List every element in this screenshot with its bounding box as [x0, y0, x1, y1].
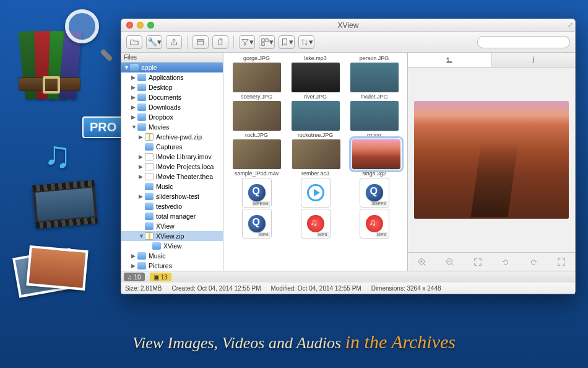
thumb-label: lake.mp3	[292, 55, 340, 63]
tree-item-label: iMovie Library.imov	[156, 153, 212, 160]
open-folder-button[interactable]	[126, 35, 142, 49]
frame-icon: ▣	[153, 274, 159, 281]
rotate-left-button[interactable]	[498, 256, 513, 268]
share-button[interactable]	[166, 35, 182, 49]
trash-button[interactable]	[212, 35, 228, 49]
thumbnail-item[interactable]: MPEG4	[233, 178, 281, 208]
tree-item[interactable]: ▶Applications	[121, 72, 223, 82]
layout-button[interactable]: ▾	[259, 35, 275, 49]
titlebar[interactable]: XView ⤢	[121, 19, 575, 32]
tree-item-label: Music	[156, 183, 173, 190]
tree-item[interactable]: Music	[121, 182, 223, 191]
thumbnail-item[interactable]	[350, 101, 399, 131]
image-icon	[445, 56, 454, 64]
tree-item[interactable]: XView	[121, 221, 223, 231]
tree-item-label: iMovie Theater.thea	[156, 173, 213, 180]
search-input[interactable]	[477, 36, 570, 48]
rotate-right-button[interactable]	[526, 256, 541, 268]
tool-button[interactable]: 🔧▾	[146, 35, 162, 49]
svg-rect-1	[198, 41, 204, 45]
thumbnail-item[interactable]	[350, 63, 399, 92]
tree-item[interactable]: ▶iMovie Theater.thea	[121, 172, 223, 182]
tree-item[interactable]: ▶slidershow-test	[121, 191, 223, 201]
tree-item[interactable]: ▶Archive-pwd.zip	[121, 132, 223, 142]
tree-item-label: Movies	[149, 123, 169, 131]
music-note-icon: ♫	[43, 133, 71, 176]
tree-item[interactable]: ▼XView.zip	[121, 231, 223, 241]
thumbnail-item[interactable]	[233, 139, 281, 169]
thumbnail-item[interactable]: MP3	[350, 209, 399, 239]
thumbnail-item[interactable]	[292, 178, 340, 208]
preview-tab-info[interactable]: i	[492, 53, 576, 67]
archive-button[interactable]	[192, 35, 209, 49]
thumbnail-item[interactable]	[292, 63, 340, 92]
app-window: XView ⤢ 🔧▾ ▾ ▾ ▾ ▾ Files ▼apple ▶Applica…	[121, 19, 576, 294]
tree-item-label: Music	[149, 252, 165, 260]
tree-item-label: Documents	[149, 94, 181, 101]
thumbnail-item[interactable]	[233, 101, 281, 131]
tree-item[interactable]: ▶Dropbox	[121, 112, 223, 122]
tree-item-label: testvedio	[156, 203, 182, 210]
thumbnail-item[interactable]: 3GPP2	[350, 178, 399, 208]
tree-item-label: total manager	[156, 212, 196, 220]
sort-button[interactable]: ▾	[298, 35, 314, 49]
tree-item[interactable]: XView	[121, 241, 223, 251]
tree-item[interactable]: ▶Documents	[121, 92, 223, 102]
fullscreen-button[interactable]	[554, 256, 569, 268]
fit-button[interactable]	[470, 256, 485, 268]
status-bar: ♫10 ▣13 Size: 2.81MB Created: Oct 04, 20…	[121, 271, 575, 294]
bookmark-button[interactable]: ▾	[279, 35, 295, 49]
tree-item-label: iMovie Projects.loca	[156, 163, 214, 170]
window-title: XView	[121, 21, 575, 30]
tree-item[interactable]: ▶Music	[121, 251, 223, 261]
resize-icon[interactable]: ⤢	[568, 21, 573, 29]
tree-item[interactable]: ▼Movies	[121, 122, 223, 132]
svg-point-6	[447, 57, 449, 59]
minimize-icon[interactable]	[137, 22, 144, 28]
thumb-label: rember.ac3	[292, 170, 340, 178]
music-count-badge: ♫10	[124, 273, 145, 281]
close-icon[interactable]	[126, 22, 133, 28]
thumb-label: rockotree.JPG	[292, 132, 340, 139]
tree-item[interactable]: ▶Downloads	[121, 102, 223, 112]
tree-item[interactable]: Captures	[121, 142, 223, 152]
svg-rect-4	[261, 42, 264, 45]
tree-item[interactable]: ▶iMovie Projects.loca	[121, 162, 223, 172]
tree-item[interactable]: ▶Desktop	[121, 82, 223, 92]
tree-root[interactable]: ▼apple	[121, 63, 223, 72]
preview-image	[414, 101, 569, 219]
thumbnail-item[interactable]	[233, 63, 281, 92]
thumb-label: person.JPG	[350, 55, 399, 63]
tree-item[interactable]: ▶iMovie Library.imov	[121, 152, 223, 162]
zoom-in-button[interactable]	[415, 256, 430, 268]
tree-item-label: Captures	[156, 143, 183, 151]
tree-item-label: Desktop	[149, 84, 173, 91]
svg-rect-3	[265, 38, 267, 41]
thumb-label: rivulet.JPG	[350, 94, 399, 101]
tree-item-label: XView	[163, 242, 182, 250]
zoom-out-button[interactable]	[443, 256, 457, 268]
preview-tab-image[interactable]	[408, 53, 492, 67]
tree-item-label: Pictures	[149, 262, 172, 269]
tree-item-label: XView.zip	[156, 232, 184, 240]
thumbnail-item[interactable]	[292, 139, 340, 169]
filter-button[interactable]: ▾	[239, 35, 255, 49]
tree-item[interactable]: total manager	[121, 211, 223, 221]
music-icon: ♫	[128, 274, 132, 281]
tree-item-label: XView	[156, 222, 175, 230]
frame-count-badge: ▣13	[150, 273, 171, 281]
thumb-label: sample_iPod.m4v	[233, 170, 281, 178]
tree-item[interactable]: testvedio	[121, 201, 223, 211]
thumbnail-item[interactable]	[292, 101, 340, 131]
thumb-label: scenery.JPG	[233, 94, 281, 101]
maximize-icon[interactable]	[147, 22, 154, 28]
thumbnail-grid: gorge.JPGlake.mp3person.JPGscenery.JPGri…	[223, 53, 408, 271]
thumbnail-item[interactable]: MP3	[292, 209, 340, 239]
pro-badge: PRO	[82, 116, 124, 138]
thumbnail-item[interactable]	[351, 138, 399, 170]
tree-item[interactable]: ▶Pictures	[121, 261, 223, 271]
thumbnail-item[interactable]: MP4	[233, 209, 281, 239]
tagline: View Images, Videos and Audios in the Ar…	[0, 331, 588, 353]
preview-panel: i	[408, 53, 575, 271]
svg-rect-2	[261, 38, 264, 41]
